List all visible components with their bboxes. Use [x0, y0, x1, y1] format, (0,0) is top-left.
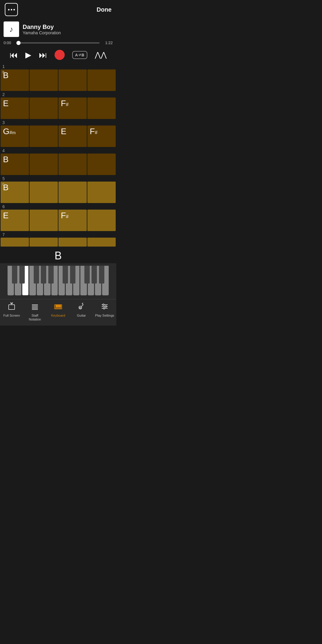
chord-row-2[interactable]: EF# [1, 97, 116, 119]
chord-cell-r7-c1[interactable] [1, 238, 29, 247]
chord-cell-r7-c2[interactable] [30, 238, 58, 247]
chord-cell-r6-c3[interactable]: F# [58, 210, 87, 231]
white-key-2[interactable] [15, 266, 21, 295]
chord-name-r4-c1: B [3, 155, 9, 164]
white-key-12[interactable] [88, 266, 94, 295]
current-note-area: B [0, 247, 116, 263]
bottom-navigation: Full Screen StaffNotation [0, 299, 116, 326]
chord-row-4[interactable]: B [1, 154, 116, 175]
chord-row-1[interactable]: BB [1, 69, 116, 91]
chord-cell-r1-c3[interactable] [58, 69, 87, 91]
chord-cell-r4-c1[interactable]: B [1, 154, 29, 175]
album-art: ♪ [4, 21, 19, 37]
nav-item-guitar[interactable]: Guitar [70, 301, 93, 323]
chord-cell-r1-c4[interactable] [87, 69, 116, 91]
svg-point-23 [105, 306, 107, 307]
chord-cell-r2-c2[interactable] [30, 97, 58, 119]
transport-controls: ⏮ ▶ ⏭ A ↺ B ⋀⋀ [0, 47, 116, 64]
chord-cell-r6-c1[interactable]: E [1, 210, 29, 231]
chord-name-r3-c3: E [61, 127, 66, 136]
chord-cell-r5-c1[interactable]: CB [1, 182, 29, 203]
nav-item-keyboard[interactable]: Keyboard [47, 301, 70, 323]
chord-row-5[interactable]: CB [1, 182, 116, 203]
chord-cell-r4-c2[interactable] [30, 154, 58, 175]
chord-cell-r3-c4[interactable]: F# [87, 126, 116, 147]
ab-arrow-icon: ↺ [78, 53, 81, 57]
ab-button[interactable]: A ↺ B [72, 51, 87, 59]
white-key-7[interactable] [51, 266, 58, 295]
song-artist: Yamaha Corporation [23, 30, 61, 35]
priority-button[interactable]: ⋀⋀ [95, 51, 107, 59]
row-label-1: 1 [0, 64, 116, 69]
chord-cell-r5-c3[interactable] [58, 182, 87, 203]
row-label-2: 2 [0, 92, 116, 97]
chord-cell-r3-c1[interactable]: G#m [1, 126, 29, 147]
chord-name-r6-c1: E [3, 211, 9, 220]
piano-keyboard[interactable] [7, 266, 109, 295]
fullscreen-icon [7, 302, 16, 312]
progress-track[interactable] [17, 42, 100, 44]
svg-rect-0 [9, 305, 15, 309]
progress-bar-container[interactable]: 0:00 1:22 [0, 39, 116, 47]
chord-cell-r2-c4[interactable] [87, 97, 116, 119]
nav-item-playsettings[interactable]: Play Settings [93, 301, 116, 323]
fast-forward-button[interactable]: ⏭ [39, 50, 47, 60]
piano-container [0, 263, 116, 299]
white-key-11[interactable] [80, 266, 87, 295]
row-label-7: 7 [0, 232, 116, 238]
chord-cell-r1-c2[interactable] [30, 69, 58, 91]
white-key-8[interactable] [58, 266, 65, 295]
play-icon: ▶ [25, 50, 31, 60]
nav-item-fullscreen[interactable]: Full Screen [0, 301, 23, 323]
svg-line-18 [82, 303, 83, 304]
white-key-4[interactable] [29, 266, 36, 295]
chord-cell-r7-c4[interactable] [87, 238, 116, 247]
row-label-5: 5 [0, 176, 116, 182]
chord-cell-r2-c3[interactable]: F# [58, 97, 87, 119]
chord-cell-r6-c2[interactable] [30, 210, 58, 231]
rewind-button[interactable]: ⏮ [10, 50, 18, 60]
ab-label: A ↺ B [72, 51, 87, 59]
chord-name-r3-c1: G#m [3, 127, 16, 136]
done-button[interactable]: Done [97, 6, 112, 13]
chord-cell-r3-c2[interactable] [30, 126, 58, 147]
play-settings-icon [100, 302, 109, 312]
chord-cell-r4-c4[interactable] [87, 154, 116, 175]
svg-point-24 [103, 308, 105, 309]
time-current: 0:00 [4, 41, 14, 45]
white-key-1[interactable] [7, 266, 14, 295]
record-button[interactable] [55, 50, 65, 60]
white-key-6[interactable] [44, 266, 50, 295]
chord-cell-r1-c1[interactable]: BB [1, 69, 29, 91]
nav-item-staff[interactable]: StaffNotation [23, 301, 47, 323]
white-key-13[interactable] [95, 266, 101, 295]
nav-label-fullscreen: Full Screen [3, 314, 20, 318]
chord-cell-r4-c3[interactable] [58, 154, 87, 175]
white-key-3-lit[interactable] [22, 266, 29, 295]
dot3 [13, 9, 15, 10]
progress-thumb[interactable] [16, 41, 21, 45]
chord-row-6[interactable]: EF# [1, 210, 116, 231]
white-key-5[interactable] [37, 266, 43, 295]
record-icon [55, 50, 65, 60]
chord-row-3[interactable]: G#mEF# [1, 126, 116, 147]
white-key-9[interactable] [66, 266, 72, 295]
play-button[interactable]: ▶ [25, 50, 31, 60]
chord-cell-r5-c4[interactable] [87, 182, 116, 203]
white-key-14[interactable] [102, 266, 109, 295]
white-keys [7, 266, 109, 295]
nav-label-guitar: Guitar [77, 314, 86, 318]
menu-button[interactable] [5, 3, 18, 16]
nav-label-keyboard: Keyboard [51, 314, 65, 318]
chord-row-7[interactable] [1, 238, 116, 247]
svg-rect-16 [60, 305, 61, 307]
nav-label-playsettings: Play Settings [95, 314, 114, 318]
chord-cell-r6-c4[interactable] [87, 210, 116, 231]
chord-cell-r7-c3[interactable] [58, 238, 87, 247]
svg-point-22 [103, 304, 104, 306]
chord-name-r3-c4: F# [90, 127, 97, 136]
chord-cell-r5-c2[interactable] [30, 182, 58, 203]
chord-cell-r2-c1[interactable]: E [1, 97, 29, 119]
chord-cell-r3-c3[interactable]: E [58, 126, 87, 147]
white-key-10[interactable] [73, 266, 80, 295]
